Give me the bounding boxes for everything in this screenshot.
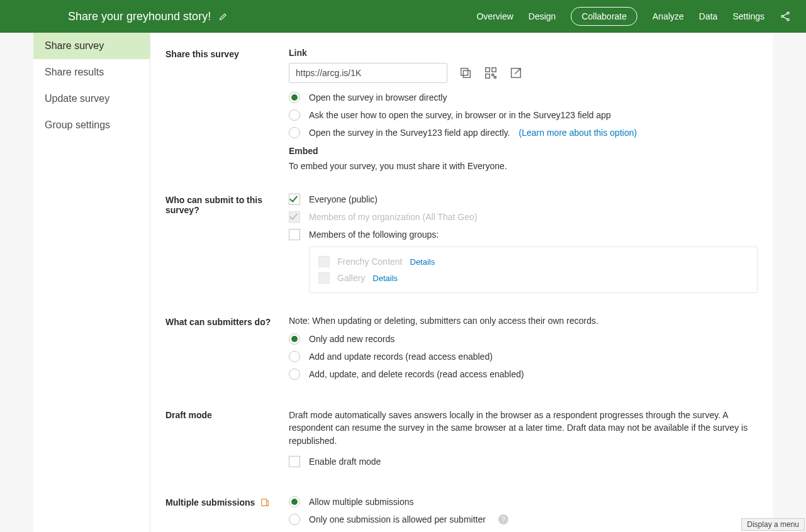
radio-open-browser-label: Open the survey in browser directly [309,92,447,103]
group-1-details[interactable]: Details [410,257,435,267]
sidebar-item-share-survey[interactable]: Share survey [33,33,150,59]
check-groups-label: Members of the following groups: [309,230,439,240]
display-menu-hint[interactable]: Display a menu [741,518,805,531]
nav-design[interactable]: Design [529,11,556,21]
check-group-1 [318,256,330,267]
permissions-heading: What can submitters do? [165,316,289,327]
share-heading: Share this survey [165,48,289,59]
radio-add-update-delete[interactable] [289,369,300,380]
radio-field-app-label: Open the survey in the Survey123 field a… [309,128,510,138]
nav-settings[interactable]: Settings [732,11,764,21]
svg-rect-7 [486,74,490,78]
learn-more-link[interactable]: (Learn more about this option) [519,128,637,138]
radio-one-only-label: Only one submission is allowed per submi… [309,514,486,524]
link-input[interactable] [289,63,447,83]
section-permissions: What can submitters do? Note: When updat… [165,316,758,386]
nav-overview[interactable]: Overview [476,11,513,21]
svg-point-1 [781,15,783,17]
nav-data[interactable]: Data [699,11,718,21]
svg-rect-9 [262,499,267,506]
check-group-2 [318,272,330,284]
multiple-heading: Multiple submissions [165,497,255,507]
section-draft: Draft mode Draft mode automatically save… [165,409,758,474]
share-icon[interactable] [780,11,791,22]
check-enable-draft[interactable] [289,456,300,467]
radio-field-app[interactable] [289,127,300,138]
check-everyone-label: Everyone (public) [309,194,378,204]
svg-point-2 [787,19,789,21]
check-org [289,211,300,223]
group-2-name: Gallery [337,273,365,283]
main-nav: Overview Design Collaborate Analyze Data… [476,7,791,26]
svg-point-0 [787,12,789,14]
radio-allow-multiple-label: Allow multiple submissions [309,497,414,507]
radio-add-update-delete-label: Add, update, and delete records (read ac… [309,369,524,379]
group-1-name: Frenchy Content [337,257,403,267]
nav-collaborate[interactable]: Collaborate [571,7,637,26]
radio-open-browser[interactable] [289,92,300,103]
app-header: Share your greyhound story! Overview Des… [0,0,806,33]
edit-icon[interactable] [218,11,228,21]
who-submit-heading: Who can submit to this survey? [165,194,289,215]
check-everyone[interactable] [289,194,300,205]
embed-text: To embed your survey, you must share it … [289,161,758,171]
section-share: Share this survey Link [165,48,758,171]
premium-icon [260,497,270,507]
svg-rect-6 [492,68,496,72]
section-who-submit: Who can submit to this survey? Everyone … [165,194,758,293]
draft-heading: Draft mode [165,409,289,420]
section-multiple: Multiple submissions Allow multiple subm… [165,496,758,531]
permissions-note: Note: When updating or deleting, submitt… [289,316,758,326]
group-2-details[interactable]: Details [372,274,398,283]
svg-rect-5 [486,68,490,72]
svg-rect-4 [461,69,468,75]
radio-add-only[interactable] [289,333,300,345]
radio-add-only-label: Only add new records [309,334,395,344]
sidebar-item-update-survey[interactable]: Update survey [33,86,150,112]
qr-code-icon[interactable] [484,66,498,80]
svg-rect-3 [463,70,470,77]
radio-one-only[interactable] [289,514,300,525]
nav-analyze[interactable]: Analyze [652,11,684,21]
sidebar-item-group-settings[interactable]: Group settings [33,112,150,138]
embed-label: Embed [289,146,758,156]
link-label: Link [289,48,758,58]
page-title: Share your greyhound story! [68,10,211,23]
sidebar-item-share-results[interactable]: Share results [33,59,150,86]
radio-add-update[interactable] [289,351,300,362]
groups-box: Frenchy Content Details Gallery Details [309,247,758,293]
check-enable-draft-label: Enable draft mode [309,457,381,467]
help-icon[interactable]: ? [498,514,508,524]
check-org-label: Members of my organization (All That Geo… [309,212,477,222]
open-external-icon[interactable] [509,66,523,80]
radio-ask-user[interactable] [289,109,300,121]
sidebar: Share survey Share results Update survey… [33,33,150,532]
radio-allow-multiple[interactable] [289,496,300,507]
copy-icon[interactable] [459,66,473,80]
radio-add-update-label: Add and update records (read access enab… [309,352,493,362]
draft-desc: Draft mode automatically saves answers l… [289,409,758,447]
check-groups[interactable] [289,229,300,240]
radio-ask-user-label: Ask the user how to open the survey, in … [309,110,611,120]
